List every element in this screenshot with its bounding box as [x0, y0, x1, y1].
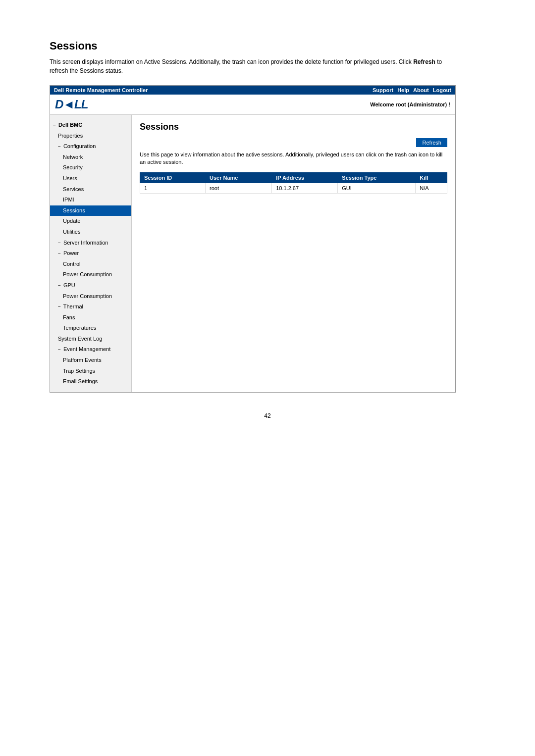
info-text: Use this page to view information about …	[140, 151, 447, 166]
sidebar-item-security[interactable]: Security	[50, 162, 131, 173]
drac-body: − Dell BMC Properties − Configuration Ne…	[50, 115, 455, 392]
sidebar-item-power-consumption[interactable]: Power Consumption	[50, 269, 131, 280]
sidebar-label-fans: Fans	[63, 314, 75, 320]
sidebar-label-users: Users	[63, 175, 77, 181]
page-number: 42	[50, 412, 485, 419]
refresh-row: Refresh	[140, 138, 447, 147]
sidebar-label-utilities: Utilities	[63, 229, 80, 235]
drac-frame: Dell Remote Management Controller Suppor…	[50, 85, 456, 393]
sidebar-item-configuration[interactable]: − Configuration	[50, 141, 131, 152]
section-title: Sessions	[140, 122, 447, 132]
sidebar-label-ipmi: IPMI	[63, 197, 74, 202]
dell-logo: D◄LL	[55, 98, 88, 111]
sidebar-label-power: Power	[63, 250, 79, 256]
table-row: 1 root 10.1.2.67 GUI N/A	[140, 183, 447, 193]
collapse-icon-dellbmc: −	[53, 121, 56, 129]
welcome-text: Welcome root (Administrator) !	[370, 101, 450, 107]
sidebar-item-server-information[interactable]: − Server Information	[50, 238, 131, 249]
main-content: Sessions Refresh Use this page to view i…	[132, 115, 455, 392]
refresh-button[interactable]: Refresh	[416, 138, 447, 147]
sidebar-label-server-information: Server Information	[63, 240, 108, 246]
sidebar-label-update: Update	[63, 218, 80, 224]
drac-title: Dell Remote Management Controller	[54, 87, 148, 93]
sidebar-label-security: Security	[63, 164, 83, 170]
sidebar-label-configuration: Configuration	[63, 143, 96, 149]
sidebar-item-event-management[interactable]: − Event Management	[50, 344, 131, 355]
sidebar-item-ipmi[interactable]: IPMI	[50, 195, 131, 205]
collapse-icon-eventmgmt: −	[58, 346, 61, 353]
sidebar-item-email-settings[interactable]: Email Settings	[50, 376, 131, 387]
topbar-links: Support Help About Logout	[373, 87, 451, 93]
sidebar-label-temperatures: Temperatures	[63, 325, 96, 331]
sidebar-item-trap-settings[interactable]: Trap Settings	[50, 366, 131, 377]
description-bold: Refresh	[413, 58, 435, 65]
sidebar-label-trap-settings: Trap Settings	[63, 368, 95, 374]
collapse-icon-power: −	[58, 250, 61, 257]
drac-header: D◄LL Welcome root (Administrator) !	[50, 95, 455, 115]
logout-link[interactable]: Logout	[433, 87, 451, 93]
page-title: Sessions	[50, 40, 485, 52]
cell-kill[interactable]: N/A	[416, 183, 447, 193]
sidebar-label-control: Control	[63, 261, 80, 267]
cell-ip-address: 10.1.2.67	[272, 183, 338, 193]
sidebar: − Dell BMC Properties − Configuration Ne…	[50, 115, 132, 392]
sidebar-label-system-event-log: System Event Log	[58, 336, 102, 342]
cell-session-type: GUI	[338, 183, 416, 193]
sidebar-label-platform-events: Platform Events	[63, 357, 102, 363]
support-link[interactable]: Support	[373, 87, 393, 93]
col-header-kill: Kill	[416, 172, 447, 183]
sessions-table: Session ID User Name IP Address Session …	[140, 172, 447, 194]
sidebar-label-thermal: Thermal	[63, 303, 83, 309]
sidebar-item-sessions[interactable]: Sessions	[50, 205, 131, 216]
drac-topbar: Dell Remote Management Controller Suppor…	[50, 86, 455, 95]
sidebar-item-services[interactable]: Services	[50, 184, 131, 195]
col-header-session-type: Session Type	[338, 172, 416, 183]
sidebar-item-properties[interactable]: Properties	[50, 131, 131, 142]
sidebar-item-users[interactable]: Users	[50, 173, 131, 184]
sidebar-item-update[interactable]: Update	[50, 216, 131, 227]
col-header-user-name: User Name	[206, 172, 272, 183]
sidebar-item-thermal[interactable]: − Thermal	[50, 302, 131, 312]
sidebar-label-email-settings: Email Settings	[63, 378, 98, 384]
about-link[interactable]: About	[413, 87, 429, 93]
sidebar-item-fans[interactable]: Fans	[50, 312, 131, 323]
sidebar-label-dellbmc: Dell BMC	[58, 122, 82, 128]
sidebar-label-power-consumption: Power Consumption	[63, 271, 112, 277]
sidebar-item-dellbmc[interactable]: − Dell BMC	[50, 120, 131, 131]
table-header-row: Session ID User Name IP Address Session …	[140, 172, 447, 183]
collapse-icon-serverinfo: −	[58, 239, 61, 247]
dell-logo-text: D◄LL	[55, 98, 88, 111]
sidebar-item-network[interactable]: Network	[50, 152, 131, 163]
cell-user-name: root	[206, 183, 272, 193]
col-header-ip-address: IP Address	[272, 172, 338, 183]
description-text: This screen displays information on Acti…	[50, 58, 413, 65]
sidebar-label-gpu: GPU	[63, 282, 75, 288]
sidebar-label-network: Network	[63, 154, 83, 160]
sidebar-label-gpu-power-consumption: Power Consumption	[63, 293, 112, 299]
sidebar-label-services: Services	[63, 186, 84, 192]
sidebar-item-gpu-power-consumption[interactable]: Power Consumption	[50, 291, 131, 302]
sidebar-item-temperatures[interactable]: Temperatures	[50, 323, 131, 334]
sidebar-item-gpu[interactable]: − GPU	[50, 280, 131, 291]
cell-session-id: 1	[140, 183, 206, 193]
collapse-icon-config: −	[58, 143, 61, 151]
col-header-session-id: Session ID	[140, 172, 206, 183]
sidebar-item-platform-events[interactable]: Platform Events	[50, 355, 131, 366]
sidebar-label-sessions: Sessions	[63, 207, 85, 213]
help-link[interactable]: Help	[397, 87, 409, 93]
sidebar-label-properties: Properties	[58, 133, 83, 139]
collapse-icon-gpu: −	[58, 282, 61, 290]
sidebar-item-system-event-log[interactable]: System Event Log	[50, 334, 131, 345]
sidebar-item-power[interactable]: − Power	[50, 248, 131, 259]
sidebar-label-event-management: Event Management	[63, 346, 110, 352]
sidebar-item-control[interactable]: Control	[50, 259, 131, 270]
sidebar-item-utilities[interactable]: Utilities	[50, 227, 131, 238]
collapse-icon-thermal: −	[58, 303, 61, 311]
page-description: This screen displays information on Acti…	[50, 57, 456, 75]
